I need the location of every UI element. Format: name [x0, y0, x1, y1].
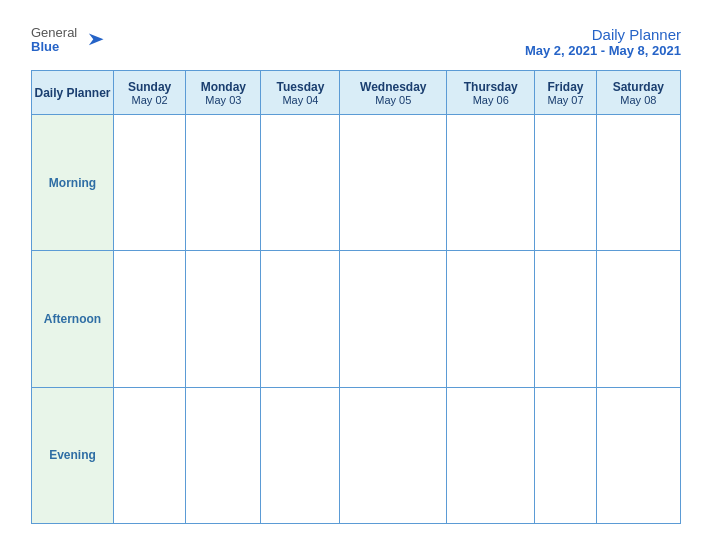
cell-0-tuesday[interactable]	[261, 115, 340, 251]
logo-area: General Blue	[31, 26, 105, 55]
cell-1-sunday[interactable]	[114, 251, 186, 387]
row-label-0: Morning	[32, 115, 114, 251]
col-name-saturday: Saturday	[599, 80, 678, 94]
cell-2-wednesday[interactable]	[340, 387, 447, 523]
col-date-tuesday: May 04	[263, 94, 337, 106]
row-label-1: Afternoon	[32, 251, 114, 387]
header-col-sunday: SundayMay 02	[114, 71, 186, 115]
cell-1-friday[interactable]	[535, 251, 596, 387]
col-name-tuesday: Tuesday	[263, 80, 337, 94]
cell-1-thursday[interactable]	[447, 251, 535, 387]
col-date-thursday: May 06	[449, 94, 532, 106]
title-sub: May 2, 2021 - May 8, 2021	[525, 43, 681, 58]
logo-blue: Blue	[31, 40, 77, 54]
header-col-tuesday: TuesdayMay 04	[261, 71, 340, 115]
header-col-label: Daily Planner	[32, 71, 114, 115]
cell-1-tuesday[interactable]	[261, 251, 340, 387]
planner-table: Daily PlannerSundayMay 02MondayMay 03Tue…	[31, 70, 681, 524]
cell-2-sunday[interactable]	[114, 387, 186, 523]
header: General Blue Daily Planner May 2, 2021 -…	[31, 26, 681, 58]
page: General Blue Daily Planner May 2, 2021 -…	[11, 10, 701, 540]
cell-0-sunday[interactable]	[114, 115, 186, 251]
cell-0-monday[interactable]	[186, 115, 261, 251]
col-name-friday: Friday	[537, 80, 593, 94]
table-row-2: Evening	[32, 387, 681, 523]
logo-icon	[83, 29, 105, 51]
col-date-monday: May 03	[188, 94, 258, 106]
header-col-monday: MondayMay 03	[186, 71, 261, 115]
col-name-monday: Monday	[188, 80, 258, 94]
cell-0-friday[interactable]	[535, 115, 596, 251]
col-date-saturday: May 08	[599, 94, 678, 106]
cell-2-tuesday[interactable]	[261, 387, 340, 523]
title-main: Daily Planner	[525, 26, 681, 43]
header-col-friday: FridayMay 07	[535, 71, 596, 115]
header-row: Daily PlannerSundayMay 02MondayMay 03Tue…	[32, 71, 681, 115]
cell-0-wednesday[interactable]	[340, 115, 447, 251]
col-date-friday: May 07	[537, 94, 593, 106]
table-row-0: Morning	[32, 115, 681, 251]
cell-1-monday[interactable]	[186, 251, 261, 387]
logo-text: General Blue	[31, 26, 77, 55]
cell-2-monday[interactable]	[186, 387, 261, 523]
cell-2-thursday[interactable]	[447, 387, 535, 523]
cell-1-wednesday[interactable]	[340, 251, 447, 387]
cell-1-saturday[interactable]	[596, 251, 680, 387]
col-name-sunday: Sunday	[116, 80, 183, 94]
col-name-wednesday: Wednesday	[342, 80, 444, 94]
col-date-sunday: May 02	[116, 94, 183, 106]
header-col-wednesday: WednesdayMay 05	[340, 71, 447, 115]
col-name-thursday: Thursday	[449, 80, 532, 94]
cell-2-friday[interactable]	[535, 387, 596, 523]
svg-marker-0	[89, 34, 104, 46]
row-label-2: Evening	[32, 387, 114, 523]
table-row-1: Afternoon	[32, 251, 681, 387]
title-area: Daily Planner May 2, 2021 - May 8, 2021	[525, 26, 681, 58]
header-col-saturday: SaturdayMay 08	[596, 71, 680, 115]
table-body: MorningAfternoonEvening	[32, 115, 681, 524]
col-date-wednesday: May 05	[342, 94, 444, 106]
logo-general: General	[31, 26, 77, 40]
cell-0-saturday[interactable]	[596, 115, 680, 251]
header-col-thursday: ThursdayMay 06	[447, 71, 535, 115]
cell-2-saturday[interactable]	[596, 387, 680, 523]
col-name-label: Daily Planner	[34, 86, 111, 100]
cell-0-thursday[interactable]	[447, 115, 535, 251]
